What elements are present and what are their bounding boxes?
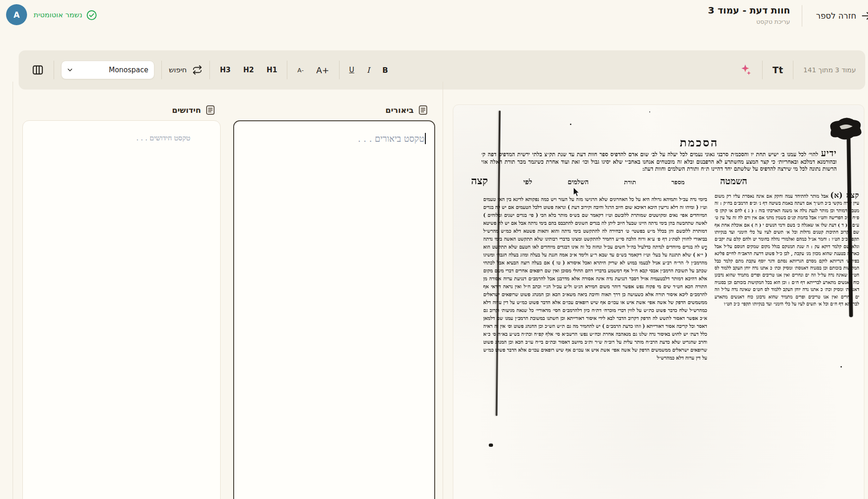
content-divider-middle xyxy=(443,82,443,499)
sparkles-icon xyxy=(739,63,752,76)
scan-side-column: קצה (א)אבל מותר להתיחד עמה וחקק אם אינה … xyxy=(715,192,859,499)
content-divider-left xyxy=(13,82,13,499)
chidushim-panel-header: חידושים xyxy=(22,103,221,118)
scan-ink-blob xyxy=(826,115,864,143)
font-increase-button[interactable]: +A xyxy=(313,63,332,77)
scan-side-column-text: אבל מותר להתיחד עמה וחקק אם אינה נאסרת ע… xyxy=(715,194,859,306)
back-label: חזרה לספר xyxy=(816,11,856,21)
ink-speck xyxy=(570,124,571,125)
bold-button[interactable]: B xyxy=(380,64,391,76)
ai-sparkle-button[interactable] xyxy=(736,62,755,78)
font-select-value: Monospace xyxy=(109,66,148,74)
document-lines-icon xyxy=(205,104,216,116)
mouse-cursor xyxy=(573,187,581,197)
heading-word: השלמים xyxy=(568,178,589,186)
toolbar-divider xyxy=(54,61,54,79)
arrow-right-icon xyxy=(861,10,868,21)
heading-word: תורת xyxy=(624,179,636,186)
toolbar-divider xyxy=(762,61,763,79)
swap-icon xyxy=(192,65,202,75)
search-replace-button[interactable]: חיפוש xyxy=(169,65,202,75)
biurim-panel-header: ביאורים xyxy=(233,103,435,118)
columns-toggle-button[interactable] xyxy=(29,62,47,78)
heading-word: קצה xyxy=(471,174,488,187)
app: { "header": { "title": "חוות דעת - עמוד … xyxy=(0,0,868,499)
biurim-label: ביאורים xyxy=(385,105,414,115)
font-select[interactable]: Monospace xyxy=(61,61,154,79)
page-subtitle: עריכת טקסט xyxy=(708,18,790,26)
avatar[interactable]: A xyxy=(6,4,27,25)
biurim-editor[interactable]: טקסט ביאורים . . . xyxy=(233,120,435,499)
header-divider xyxy=(802,5,802,27)
chevron-down-icon xyxy=(66,66,74,74)
back-to-book-link[interactable]: חזרה לספר xyxy=(816,8,868,23)
scan-page: הסכמת ידיעלהוי׳ לכל עמנו ב׳ ישיש תחת יו … xyxy=(453,104,864,499)
autosave-status: נשמר אוטומטית xyxy=(34,8,97,22)
scan-body: קצה (א)אבל מותר להתיחד עמה וחקק אם אינה … xyxy=(483,192,859,499)
toolbar-divider xyxy=(287,61,287,79)
document-lines-icon xyxy=(417,104,429,116)
scan-intro-lead: ידיע xyxy=(818,150,837,158)
check-circle-icon xyxy=(86,10,97,21)
underline-button[interactable]: U xyxy=(347,64,357,76)
toolbar-divider xyxy=(209,61,210,79)
toolbar-divider xyxy=(793,61,793,79)
h2-button[interactable]: H2 xyxy=(240,64,257,76)
text-style-button[interactable]: Tt xyxy=(770,63,786,77)
toolbar-divider xyxy=(339,61,340,79)
h3-button[interactable]: H3 xyxy=(217,64,233,76)
biurim-placeholder-wrap: טקסט ביאורים . . . xyxy=(358,133,426,144)
h1-button[interactable]: H1 xyxy=(264,64,280,76)
italic-button[interactable]: I xyxy=(364,64,373,76)
scan-intro-text: להוי׳ לכל עמנו ב׳ ישיש תחת יו והסכמ׳ת סר… xyxy=(481,151,837,172)
app-header: חזרה לספר חוות דעת - עמוד 3 עריכת טקסט A… xyxy=(0,0,868,40)
columns-icon xyxy=(32,64,44,76)
heading-word: לפי xyxy=(523,178,532,186)
title-block: חוות דעת - עמוד 3 עריכת טקסט xyxy=(708,4,790,26)
font-decrease-button[interactable]: -A xyxy=(294,65,306,76)
scan-side-column-lead: קצה (א) xyxy=(828,192,859,200)
search-label: חיפוש xyxy=(169,66,187,74)
ink-speck xyxy=(649,111,650,112)
scan-intro-paragraph: ידיעלהוי׳ לכל עמנו ב׳ ישיש תחת יו והסכמ׳… xyxy=(481,150,837,172)
text-caret xyxy=(425,133,426,144)
chidushim-placeholder: טקסט חידושים . . . xyxy=(136,134,190,142)
scan-title: הסכמת xyxy=(669,136,729,149)
editor-toolbar: עמוד 3 מתוך 141 Tt B I U +A -A H1 H2 H3 xyxy=(19,50,865,90)
page-title: חוות דעת - עמוד 3 xyxy=(708,4,790,17)
scan-main-column: ביומי נדה עכ״ל ותמיהא גדולה היא על כל הא… xyxy=(483,192,707,499)
biurim-placeholder: טקסט ביאורים . . . xyxy=(358,133,424,144)
toolbar-divider xyxy=(161,61,162,79)
scan-section-heading: השמטה מספר תורת השלמים לפי קצה xyxy=(471,174,747,187)
heading-word: מספר xyxy=(671,179,685,186)
chidushim-editor[interactable]: טקסט חידושים . . . xyxy=(22,120,221,499)
page-indicator: עמוד 3 מתוך 141 xyxy=(800,66,859,74)
autosave-label: נשמר אוטומטית xyxy=(34,11,82,19)
chidushim-label: חידושים xyxy=(172,105,201,115)
heading-word: השמטה xyxy=(720,176,747,187)
